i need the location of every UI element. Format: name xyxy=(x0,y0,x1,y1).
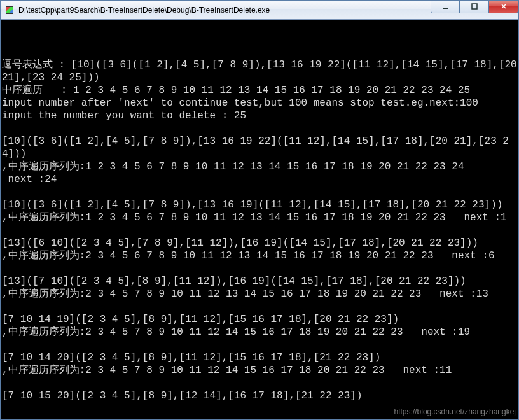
svg-rect-0 xyxy=(443,8,448,9)
close-button[interactable] xyxy=(489,1,518,13)
console-line: [7 10 14 20]([2 3 4 5],[8 9],[11 12],[15… xyxy=(2,351,517,364)
console-line: next :24 xyxy=(2,173,517,186)
titlebar[interactable]: D:\testCpp\part9Search\B-TreeInsertDelet… xyxy=(1,1,518,20)
console-line: ,中序遍历序列为:2 3 4 5 7 8 9 10 11 12 14 15 16… xyxy=(2,364,517,377)
console-line: [10]([3 6]([1 2],[4 5],[7 8 9]),[13 16 1… xyxy=(2,135,517,160)
console-line: ,中序遍历序列为:1 2 3 4 5 6 7 8 9 10 11 12 13 1… xyxy=(2,160,517,173)
console-line: input the number you want to delete : 25 xyxy=(2,109,517,122)
console-line: [13]([6 10]([2 3 4 5],[7 8 9],[11 12]),[… xyxy=(2,237,517,249)
close-icon xyxy=(501,3,507,10)
console-line: ,中序遍历序列为:2 3 4 5 7 8 9 10 11 12 13 14 15… xyxy=(2,288,517,300)
watermark-text: https://blog.csdn.net/zhangzhangkej xyxy=(394,405,516,418)
console-line: [10]([3 6]([1 2],[4 5],[7 8 9]),[13 16 1… xyxy=(2,199,517,211)
console-line: 逗号表达式 : [10]([3 6]([1 2],[4 5],[7 8 9]),… xyxy=(2,59,517,84)
app-window: D:\testCpp\part9Search\B-TreeInsertDelet… xyxy=(0,0,519,420)
console-line xyxy=(2,377,517,389)
console-line: ,中序遍历序列为:2 3 4 5 6 7 8 9 10 11 12 13 14 … xyxy=(2,249,517,262)
console-output[interactable]: 逗号表达式 : [10]([3 6]([1 2],[4 5],[7 8 9]),… xyxy=(1,20,518,419)
console-line xyxy=(2,262,517,275)
console-line xyxy=(2,224,517,237)
console-line: ,中序遍历序列为:1 2 3 4 5 6 7 8 9 10 11 12 13 1… xyxy=(2,211,517,224)
svg-rect-1 xyxy=(472,4,477,9)
window-title: D:\testCpp\part9Search\B-TreeInsertDelet… xyxy=(18,6,431,15)
console-line xyxy=(2,122,517,135)
window-buttons xyxy=(431,1,518,13)
console-line xyxy=(2,186,517,199)
minimize-button[interactable] xyxy=(431,1,460,13)
maximize-icon xyxy=(471,3,478,10)
maximize-button[interactable] xyxy=(460,1,489,13)
console-line xyxy=(2,339,517,351)
console-line xyxy=(2,300,517,313)
console-line: [7 10 14 19]([2 3 4 5],[8 9],[11 12],[15… xyxy=(2,313,517,326)
console-line: ,中序遍历序列为:2 3 4 5 7 8 9 10 11 12 14 15 16… xyxy=(2,326,517,339)
console-line: [7 10 15 20]([2 3 4 5],[8 9],[12 14],[16… xyxy=(2,389,517,402)
console-line: input number after 'next' to continue te… xyxy=(2,97,517,109)
console-line: 中序遍历 : 1 2 3 4 5 6 7 8 9 10 11 12 13 14 … xyxy=(2,84,517,97)
console-line: [13]([7 10]([2 3 4 5],[8 9],[11 12]),[16… xyxy=(2,275,517,288)
console-app-icon xyxy=(4,5,15,15)
minimize-icon xyxy=(442,3,448,10)
